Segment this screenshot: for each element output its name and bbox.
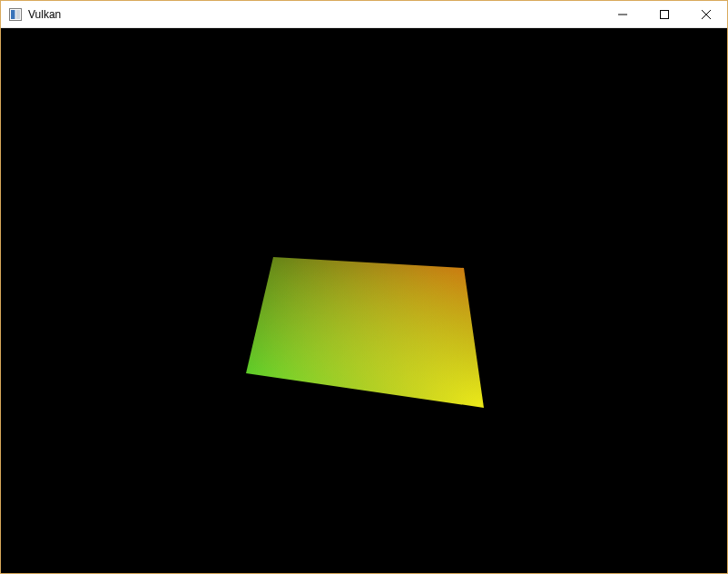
close-icon xyxy=(702,10,711,19)
titlebar[interactable]: Vulkan xyxy=(1,1,727,28)
render-canvas xyxy=(1,28,727,573)
client-area xyxy=(1,28,727,573)
app-icon xyxy=(8,7,23,22)
svg-rect-1 xyxy=(11,10,15,19)
rendered-quad xyxy=(246,257,484,408)
window-title: Vulkan xyxy=(28,8,61,21)
svg-rect-12 xyxy=(246,257,484,408)
minimize-button[interactable] xyxy=(602,1,644,27)
svg-rect-2 xyxy=(16,10,21,19)
maximize-icon xyxy=(660,10,669,19)
maximize-button[interactable] xyxy=(644,1,685,27)
svg-rect-4 xyxy=(661,10,669,18)
close-button[interactable] xyxy=(685,1,727,27)
minimize-icon xyxy=(618,10,627,19)
window-controls xyxy=(602,1,727,27)
